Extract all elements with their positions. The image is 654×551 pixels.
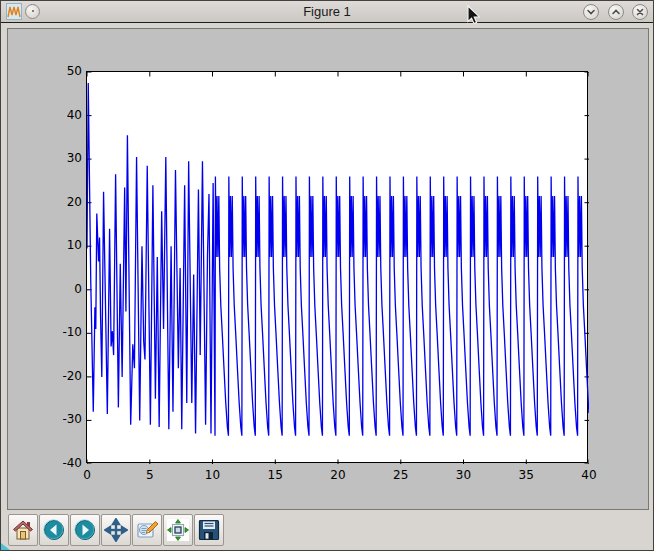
- configure-subplots-button[interactable]: [163, 514, 193, 546]
- save-floppy-icon: [197, 518, 221, 542]
- x-tick-label: 30: [447, 467, 481, 483]
- x-tick-label: 0: [70, 467, 104, 483]
- x-tick-label: 25: [384, 467, 418, 483]
- x-tick-label: 40: [572, 467, 606, 483]
- back-button[interactable]: [39, 514, 69, 546]
- home-button[interactable]: [8, 514, 38, 546]
- zoom-button[interactable]: [132, 514, 162, 546]
- y-tick-label: -30: [36, 411, 82, 427]
- navigation-toolbar: [7, 512, 649, 548]
- signal-line: [87, 83, 589, 436]
- home-icon: [11, 518, 35, 542]
- x-tick-label: 5: [133, 467, 167, 483]
- chevron-up-icon: [611, 7, 621, 17]
- back-arrow-icon: [42, 518, 66, 542]
- zoom-rect-icon: [135, 518, 159, 542]
- x-tick-label: 35: [509, 467, 543, 483]
- close-button[interactable]: [632, 4, 648, 20]
- x-tick-label: 10: [196, 467, 230, 483]
- y-tick-label: -20: [36, 368, 82, 384]
- figure-canvas: -40-30-20-10010203040500510152025303540: [7, 28, 649, 510]
- y-tick-label: -10: [36, 324, 82, 340]
- forward-arrow-icon: [73, 518, 97, 542]
- y-tick-label: 10: [36, 237, 82, 253]
- y-tick-label: 50: [36, 63, 82, 79]
- y-tick-label: 0: [36, 281, 82, 297]
- pan-arrows-icon: [104, 518, 128, 542]
- y-tick-label: 40: [36, 107, 82, 123]
- figure-window: Figure 1 -40-30-20-100102030405005101520…: [0, 0, 654, 551]
- chevron-down-icon: [586, 7, 596, 17]
- x-tick-label: 20: [321, 467, 355, 483]
- window-title: Figure 1: [1, 1, 653, 23]
- subplots-icon: [166, 518, 190, 542]
- plot-area[interactable]: [86, 71, 588, 463]
- maximize-button[interactable]: [608, 4, 624, 20]
- pan-button[interactable]: [101, 514, 131, 546]
- forward-button[interactable]: [70, 514, 100, 546]
- y-tick-label: 20: [36, 194, 82, 210]
- shade-button[interactable]: [583, 4, 599, 20]
- titlebar: Figure 1: [1, 1, 653, 23]
- y-tick-label: 30: [36, 150, 82, 166]
- close-icon: [635, 7, 645, 17]
- save-button[interactable]: [194, 514, 224, 546]
- signal-plot: [87, 72, 589, 464]
- mouse-cursor: [467, 5, 481, 26]
- x-tick-label: 15: [258, 467, 292, 483]
